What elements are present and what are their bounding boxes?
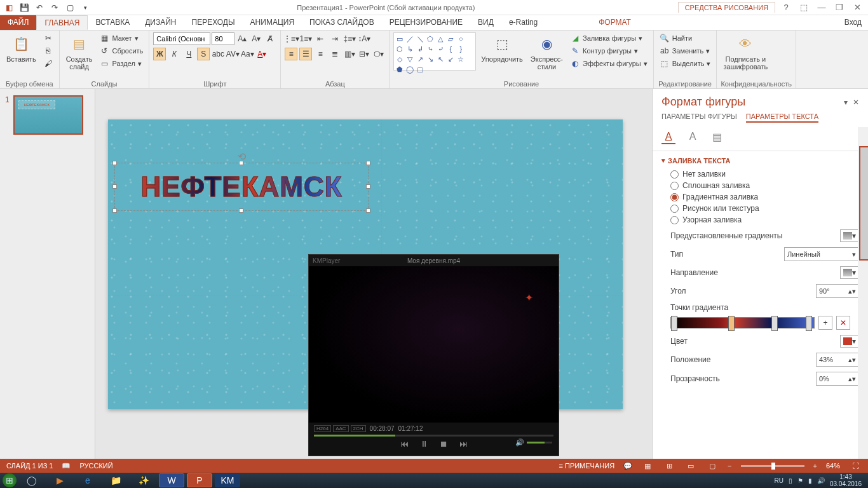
kmplayer-stop-button[interactable]: ⏹ — [440, 439, 448, 449]
shrink-font-button[interactable]: A▾ — [250, 32, 262, 45]
tray-lang[interactable]: RU — [774, 477, 783, 484]
taskbar-wand[interactable]: ✨ — [131, 473, 156, 487]
smartart-button[interactable]: ⬡▾ — [372, 48, 385, 60]
kmplayer-pause-button[interactable]: ⏸ — [420, 439, 428, 449]
tab-format[interactable]: ФОРМАТ — [591, 15, 639, 30]
gradient-type-combo[interactable]: Линейный▾ — [784, 247, 859, 261]
radio-pattern-fill[interactable]: Узорная заливка — [670, 215, 859, 224]
slide-canvas-area[interactable]: ⟲ НЕФТЕКАМСК KMPlayer Моя деревня.mp4 ✦ — [95, 89, 652, 459]
wordart-textbox[interactable]: ⟲ НЕФТЕКАМСК — [114, 163, 369, 211]
align-right-button[interactable]: ≡ — [314, 48, 327, 60]
text-fill-outline-icon[interactable]: A — [661, 130, 675, 144]
find-button[interactable]: 🔍Найти — [658, 32, 713, 44]
tray-network-icon[interactable]: ▮ — [808, 477, 812, 484]
kmplayer-prev-button[interactable]: ⏮ — [400, 439, 409, 449]
format-painter-button[interactable]: 🖌 — [41, 58, 55, 69]
copy-button[interactable]: ⎘ — [41, 45, 55, 57]
text-effects-icon[interactable]: A — [686, 130, 700, 144]
add-gradient-stop-button[interactable]: + — [818, 316, 832, 330]
clear-formatting-button[interactable]: A̸ — [264, 32, 276, 45]
position-spinner[interactable]: 43%▴▾ — [816, 353, 859, 367]
resize-handle-ne[interactable] — [366, 161, 370, 165]
font-name-combo[interactable] — [153, 32, 210, 45]
taskbar-media[interactable]: ▶ — [47, 473, 72, 487]
taskbar-word[interactable]: W — [159, 473, 184, 487]
ribbon-display-icon[interactable]: ⬚ — [798, 3, 810, 12]
quick-styles-button[interactable]: ◉ Экспресс- стили — [528, 32, 566, 72]
layout-button[interactable]: ▦Макет ▾ — [97, 32, 145, 44]
stop-color-dropdown[interactable]: ▾ — [840, 335, 859, 348]
paste-button[interactable]: 📋 Вставить — [4, 32, 39, 64]
remove-gradient-stop-button[interactable]: ✕ — [836, 316, 850, 330]
taskbar-ie[interactable]: e — [75, 473, 100, 487]
pane-tab-text[interactable]: ПАРАМЕТРЫ ТЕКСТА — [746, 112, 818, 123]
minimize-icon[interactable]: — — [816, 3, 827, 12]
radio-no-fill[interactable]: Нет заливки — [670, 170, 859, 179]
radio-gradient-fill[interactable]: Градиентная заливка — [670, 193, 859, 201]
resize-handle-se[interactable] — [366, 208, 370, 213]
tray-clock[interactable]: 1:43 03.04.2016 — [830, 473, 862, 487]
kmplayer-progress[interactable] — [314, 435, 553, 437]
fit-to-window-button[interactable]: ⛶ — [849, 461, 862, 471]
start-from-beginning-icon[interactable]: ▢ — [65, 3, 75, 13]
reset-button[interactable]: ↺Сбросить — [97, 45, 145, 57]
taskbar-kmplayer[interactable]: KM — [215, 473, 240, 487]
gradient-stop-4[interactable] — [806, 316, 812, 331]
bold-button[interactable]: Ж — [153, 48, 166, 60]
shape-fill-button[interactable]: ◢Заливка фигуры ▾ — [568, 32, 649, 44]
zoom-slider[interactable] — [741, 465, 804, 467]
tab-design[interactable]: ДИЗАЙН — [137, 15, 184, 30]
kmplayer-video-area[interactable]: ✦ — [309, 266, 559, 423]
gradient-stops-slider[interactable] — [670, 317, 815, 329]
line-spacing-button[interactable]: ‡≡▾ — [343, 32, 356, 45]
tab-insert[interactable]: ВСТАВКА — [88, 15, 137, 30]
font-size-combo[interactable] — [212, 32, 234, 45]
section-text-fill[interactable]: ▾ ЗАЛИВКА ТЕКСТА — [661, 156, 859, 165]
save-icon[interactable]: 💾 — [19, 3, 29, 13]
resize-handle-sw[interactable] — [112, 208, 117, 213]
zoom-out-button[interactable]: − — [728, 462, 731, 470]
tab-file[interactable]: ФАЙЛ — [0, 15, 36, 30]
tray-volume-icon[interactable]: 🔊 — [817, 477, 825, 484]
sign-encrypt-button[interactable]: 👁 Подписать и зашифровать — [721, 32, 770, 72]
text-direction-button[interactable]: ↕A▾ — [358, 32, 370, 45]
redo-icon[interactable]: ↷ — [50, 3, 60, 13]
help-icon[interactable]: ? — [780, 3, 792, 12]
resize-handle-nw[interactable] — [112, 161, 117, 165]
radio-picture-fill[interactable]: Рисунок или текстура — [670, 204, 859, 213]
shapes-gallery[interactable]: ▭／＼⬠△▱○⬡ ↳↲⤷⤶{}◇▽ ↗↘↖↙☆⬟◯▢ — [393, 32, 476, 71]
close-icon[interactable]: ✕ — [851, 3, 863, 12]
sign-in-link[interactable]: Вход — [838, 15, 868, 30]
angle-spinner[interactable]: 90°▴▾ — [816, 284, 859, 298]
italic-button[interactable]: К — [168, 48, 180, 60]
maximize-icon[interactable]: ❐ — [834, 3, 845, 12]
status-language[interactable]: РУССКИЙ — [79, 462, 112, 470]
comments-button[interactable]: 💬 — [623, 462, 632, 470]
tab-review[interactable]: РЕЦЕНЗИРОВАНИЕ — [382, 15, 470, 30]
strike-button[interactable]: abc — [212, 48, 224, 60]
pane-close-icon[interactable]: ✕ — [853, 98, 859, 107]
gradient-stop-2[interactable] — [728, 316, 735, 331]
transparency-spinner[interactable]: 0%▴▾ — [816, 372, 859, 386]
increase-indent-button[interactable]: ⇥ — [329, 32, 341, 45]
textbox-icon[interactable]: ▤ — [710, 130, 724, 144]
tray-battery-icon[interactable]: ▯ — [789, 477, 792, 484]
underline-button[interactable]: Ч — [182, 48, 195, 60]
font-color-button[interactable]: A▾ — [255, 48, 268, 60]
grow-font-button[interactable]: A▴ — [236, 32, 248, 45]
justify-button[interactable]: ≣ — [329, 48, 341, 60]
status-slide-indicator[interactable]: СЛАЙД 1 ИЗ 1 — [6, 462, 53, 470]
tray-flag-icon[interactable]: ⚑ — [797, 477, 803, 484]
pane-tab-shape[interactable]: ПАРАМЕТРЫ ФИГУРЫ — [661, 112, 737, 123]
spell-check-icon[interactable]: 📖 — [62, 462, 71, 470]
char-spacing-button[interactable]: AV▾ — [226, 48, 239, 60]
tab-view[interactable]: ВИД — [470, 15, 501, 30]
gradient-stop-3[interactable] — [771, 316, 778, 331]
select-button[interactable]: ⬚Выделить ▾ — [658, 58, 713, 69]
resize-handle-e[interactable] — [366, 184, 370, 189]
wordart-text[interactable]: НЕФТЕКАМСК — [140, 171, 342, 203]
gradient-direction-dropdown[interactable]: ▾ — [840, 266, 859, 279]
arrange-button[interactable]: ⬚ Упорядочить — [478, 32, 525, 64]
align-text-button[interactable]: ⊟▾ — [358, 48, 370, 60]
resize-handle-s[interactable] — [239, 208, 243, 213]
